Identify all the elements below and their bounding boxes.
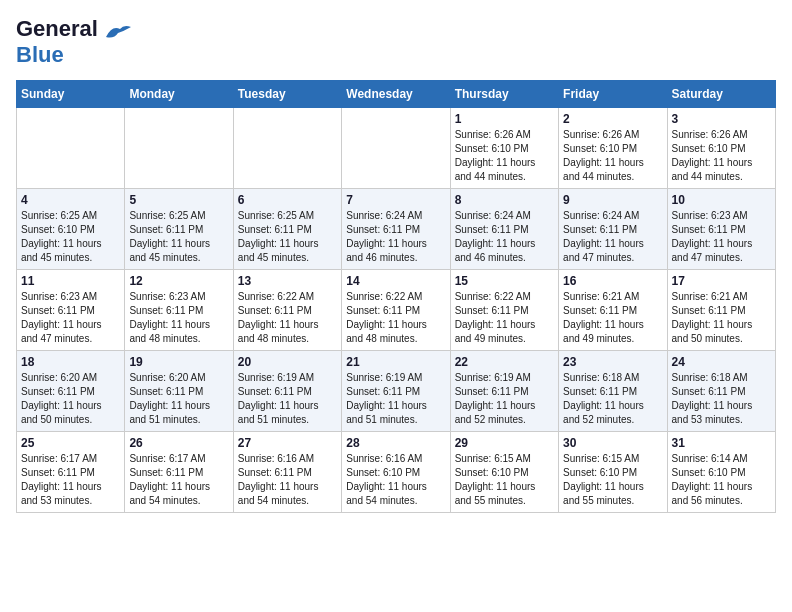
day-number: 29 — [455, 436, 554, 450]
day-info: Sunrise: 6:20 AM Sunset: 6:11 PM Dayligh… — [21, 371, 120, 427]
day-info: Sunrise: 6:16 AM Sunset: 6:10 PM Dayligh… — [346, 452, 445, 508]
day-number: 13 — [238, 274, 337, 288]
page-header: General Blue — [16, 16, 776, 68]
day-info: Sunrise: 6:15 AM Sunset: 6:10 PM Dayligh… — [455, 452, 554, 508]
day-number: 1 — [455, 112, 554, 126]
calendar-cell: 4Sunrise: 6:25 AM Sunset: 6:10 PM Daylig… — [17, 189, 125, 270]
calendar-cell: 1Sunrise: 6:26 AM Sunset: 6:10 PM Daylig… — [450, 108, 558, 189]
weekday-header-wednesday: Wednesday — [342, 81, 450, 108]
day-number: 15 — [455, 274, 554, 288]
calendar-cell: 26Sunrise: 6:17 AM Sunset: 6:11 PM Dayli… — [125, 432, 233, 513]
week-row-5: 25Sunrise: 6:17 AM Sunset: 6:11 PM Dayli… — [17, 432, 776, 513]
day-info: Sunrise: 6:19 AM Sunset: 6:11 PM Dayligh… — [455, 371, 554, 427]
day-number: 16 — [563, 274, 662, 288]
calendar-cell: 23Sunrise: 6:18 AM Sunset: 6:11 PM Dayli… — [559, 351, 667, 432]
day-number: 27 — [238, 436, 337, 450]
calendar-cell: 2Sunrise: 6:26 AM Sunset: 6:10 PM Daylig… — [559, 108, 667, 189]
day-number: 20 — [238, 355, 337, 369]
day-info: Sunrise: 6:20 AM Sunset: 6:11 PM Dayligh… — [129, 371, 228, 427]
day-number: 31 — [672, 436, 771, 450]
logo-text-blue: Blue — [16, 42, 64, 67]
calendar-cell: 31Sunrise: 6:14 AM Sunset: 6:10 PM Dayli… — [667, 432, 775, 513]
day-number: 24 — [672, 355, 771, 369]
weekday-header-sunday: Sunday — [17, 81, 125, 108]
day-info: Sunrise: 6:23 AM Sunset: 6:11 PM Dayligh… — [129, 290, 228, 346]
day-info: Sunrise: 6:22 AM Sunset: 6:11 PM Dayligh… — [238, 290, 337, 346]
day-info: Sunrise: 6:17 AM Sunset: 6:11 PM Dayligh… — [129, 452, 228, 508]
calendar-cell — [17, 108, 125, 189]
calendar-cell: 15Sunrise: 6:22 AM Sunset: 6:11 PM Dayli… — [450, 270, 558, 351]
calendar-cell: 28Sunrise: 6:16 AM Sunset: 6:10 PM Dayli… — [342, 432, 450, 513]
week-row-1: 1Sunrise: 6:26 AM Sunset: 6:10 PM Daylig… — [17, 108, 776, 189]
day-info: Sunrise: 6:24 AM Sunset: 6:11 PM Dayligh… — [563, 209, 662, 265]
week-row-3: 11Sunrise: 6:23 AM Sunset: 6:11 PM Dayli… — [17, 270, 776, 351]
calendar-cell — [233, 108, 341, 189]
day-info: Sunrise: 6:26 AM Sunset: 6:10 PM Dayligh… — [672, 128, 771, 184]
day-info: Sunrise: 6:22 AM Sunset: 6:11 PM Dayligh… — [455, 290, 554, 346]
day-info: Sunrise: 6:24 AM Sunset: 6:11 PM Dayligh… — [455, 209, 554, 265]
day-number: 11 — [21, 274, 120, 288]
day-number: 19 — [129, 355, 228, 369]
day-number: 3 — [672, 112, 771, 126]
day-info: Sunrise: 6:19 AM Sunset: 6:11 PM Dayligh… — [238, 371, 337, 427]
day-number: 4 — [21, 193, 120, 207]
day-number: 26 — [129, 436, 228, 450]
calendar-cell: 27Sunrise: 6:16 AM Sunset: 6:11 PM Dayli… — [233, 432, 341, 513]
day-number: 9 — [563, 193, 662, 207]
day-number: 12 — [129, 274, 228, 288]
calendar-cell: 3Sunrise: 6:26 AM Sunset: 6:10 PM Daylig… — [667, 108, 775, 189]
calendar-cell: 19Sunrise: 6:20 AM Sunset: 6:11 PM Dayli… — [125, 351, 233, 432]
calendar-cell: 9Sunrise: 6:24 AM Sunset: 6:11 PM Daylig… — [559, 189, 667, 270]
day-number: 2 — [563, 112, 662, 126]
day-number: 30 — [563, 436, 662, 450]
calendar-cell: 6Sunrise: 6:25 AM Sunset: 6:11 PM Daylig… — [233, 189, 341, 270]
calendar-cell — [125, 108, 233, 189]
day-info: Sunrise: 6:14 AM Sunset: 6:10 PM Dayligh… — [672, 452, 771, 508]
calendar-cell: 7Sunrise: 6:24 AM Sunset: 6:11 PM Daylig… — [342, 189, 450, 270]
day-info: Sunrise: 6:25 AM Sunset: 6:11 PM Dayligh… — [129, 209, 228, 265]
calendar-cell: 17Sunrise: 6:21 AM Sunset: 6:11 PM Dayli… — [667, 270, 775, 351]
calendar-cell: 18Sunrise: 6:20 AM Sunset: 6:11 PM Dayli… — [17, 351, 125, 432]
weekday-header-monday: Monday — [125, 81, 233, 108]
day-info: Sunrise: 6:21 AM Sunset: 6:11 PM Dayligh… — [672, 290, 771, 346]
calendar-cell: 8Sunrise: 6:24 AM Sunset: 6:11 PM Daylig… — [450, 189, 558, 270]
day-number: 25 — [21, 436, 120, 450]
calendar-cell: 30Sunrise: 6:15 AM Sunset: 6:10 PM Dayli… — [559, 432, 667, 513]
day-info: Sunrise: 6:25 AM Sunset: 6:10 PM Dayligh… — [21, 209, 120, 265]
calendar-cell: 13Sunrise: 6:22 AM Sunset: 6:11 PM Dayli… — [233, 270, 341, 351]
calendar-cell: 25Sunrise: 6:17 AM Sunset: 6:11 PM Dayli… — [17, 432, 125, 513]
logo-bird-icon — [104, 23, 132, 41]
day-number: 5 — [129, 193, 228, 207]
day-number: 28 — [346, 436, 445, 450]
weekday-header-row: SundayMondayTuesdayWednesdayThursdayFrid… — [17, 81, 776, 108]
calendar-table: SundayMondayTuesdayWednesdayThursdayFrid… — [16, 80, 776, 513]
day-info: Sunrise: 6:16 AM Sunset: 6:11 PM Dayligh… — [238, 452, 337, 508]
calendar-cell: 16Sunrise: 6:21 AM Sunset: 6:11 PM Dayli… — [559, 270, 667, 351]
calendar-cell: 12Sunrise: 6:23 AM Sunset: 6:11 PM Dayli… — [125, 270, 233, 351]
logo: General Blue — [16, 16, 132, 68]
day-number: 8 — [455, 193, 554, 207]
weekday-header-saturday: Saturday — [667, 81, 775, 108]
day-info: Sunrise: 6:18 AM Sunset: 6:11 PM Dayligh… — [563, 371, 662, 427]
day-info: Sunrise: 6:25 AM Sunset: 6:11 PM Dayligh… — [238, 209, 337, 265]
day-info: Sunrise: 6:26 AM Sunset: 6:10 PM Dayligh… — [455, 128, 554, 184]
calendar-cell: 22Sunrise: 6:19 AM Sunset: 6:11 PM Dayli… — [450, 351, 558, 432]
calendar-cell: 20Sunrise: 6:19 AM Sunset: 6:11 PM Dayli… — [233, 351, 341, 432]
day-info: Sunrise: 6:19 AM Sunset: 6:11 PM Dayligh… — [346, 371, 445, 427]
calendar-cell: 24Sunrise: 6:18 AM Sunset: 6:11 PM Dayli… — [667, 351, 775, 432]
calendar-cell: 14Sunrise: 6:22 AM Sunset: 6:11 PM Dayli… — [342, 270, 450, 351]
day-info: Sunrise: 6:23 AM Sunset: 6:11 PM Dayligh… — [21, 290, 120, 346]
day-number: 10 — [672, 193, 771, 207]
logo-text-general: General — [16, 16, 98, 41]
day-info: Sunrise: 6:21 AM Sunset: 6:11 PM Dayligh… — [563, 290, 662, 346]
day-number: 21 — [346, 355, 445, 369]
day-number: 18 — [21, 355, 120, 369]
day-info: Sunrise: 6:26 AM Sunset: 6:10 PM Dayligh… — [563, 128, 662, 184]
day-info: Sunrise: 6:17 AM Sunset: 6:11 PM Dayligh… — [21, 452, 120, 508]
day-info: Sunrise: 6:22 AM Sunset: 6:11 PM Dayligh… — [346, 290, 445, 346]
day-info: Sunrise: 6:15 AM Sunset: 6:10 PM Dayligh… — [563, 452, 662, 508]
calendar-cell — [342, 108, 450, 189]
day-number: 6 — [238, 193, 337, 207]
calendar-cell: 11Sunrise: 6:23 AM Sunset: 6:11 PM Dayli… — [17, 270, 125, 351]
weekday-header-thursday: Thursday — [450, 81, 558, 108]
